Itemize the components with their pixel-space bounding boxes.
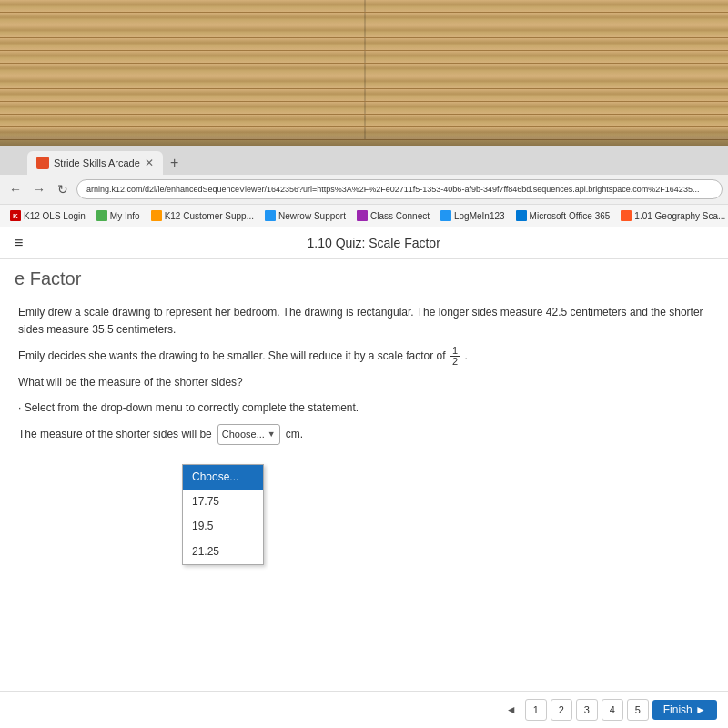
tab-stride[interactable]: Stride Skills Arcade ✕	[27, 151, 163, 175]
question-paragraph-3: What will be the measure of the shorter …	[18, 374, 710, 391]
dropdown-option-21-25[interactable]: 21.25	[183, 540, 263, 564]
bookmark-label: Microsoft Office 365	[530, 211, 611, 221]
blind-slat	[0, 76, 728, 89]
fraction-display: 1 2	[450, 346, 460, 367]
dropdown-option-choose[interactable]: Choose...	[183, 465, 263, 490]
bookmark-label: LogMeIn123	[454, 211, 505, 221]
address-text: arning.k12.com/d2l/le/enhancedSequenceVi…	[86, 185, 699, 194]
bookmark-label: K12 Customer Supp...	[165, 211, 254, 221]
prev-page-button[interactable]: ◄	[501, 700, 521, 720]
bookmark-label: Newrow Support	[278, 211, 346, 221]
page-button-5[interactable]: 5	[627, 699, 649, 721]
bookmark-my-info[interactable]: My Info	[92, 208, 145, 223]
tab-favicon	[36, 157, 49, 169]
window-blinds	[0, 0, 728, 146]
bookmark-label: Class Connect	[370, 211, 430, 221]
bookmark-label: K12 OLS Login	[24, 211, 86, 221]
question-area: Emily drew a scale drawing to represent …	[0, 295, 728, 454]
back-button[interactable]: ←	[5, 179, 25, 199]
dropdown-row: The measure of the shorter sides will be…	[18, 424, 710, 446]
blinds-shadow	[0, 127, 728, 146]
question-paragraph-1: Emily drew a scale drawing to represent …	[18, 304, 710, 339]
k12-icon: K	[10, 210, 21, 221]
bookmark-label: 1.01 Geography Sca...	[634, 211, 725, 221]
question-paragraph-2: Emily decides she wants the drawing to b…	[18, 346, 710, 367]
answer-dropdown[interactable]: Choose... ▼	[217, 424, 280, 446]
blind-slat	[0, 25, 728, 38]
blind-slat	[0, 89, 728, 102]
dropdown-option-17-75[interactable]: 17.75	[183, 490, 263, 514]
page-button-2[interactable]: 2	[551, 699, 572, 721]
statement-prefix: The measure of the shorter sides will be	[18, 426, 212, 443]
refresh-button[interactable]: ↻	[53, 179, 73, 199]
blind-slat	[0, 51, 728, 64]
quiz-title: 1.10 Quiz: Scale Factor	[34, 236, 713, 250]
blind-slat	[0, 115, 728, 127]
unit-label: cm.	[286, 426, 303, 443]
blind-slat	[0, 0, 728, 13]
heading-text: e Factor	[15, 268, 81, 288]
bookmark-newrow[interactable]: Newrow Support	[260, 208, 350, 223]
support-icon	[151, 210, 162, 221]
bookmark-class-connect[interactable]: Class Connect	[352, 208, 434, 223]
info-icon	[96, 210, 107, 221]
dropdown-arrow-icon: ▼	[268, 428, 276, 440]
office-icon	[516, 210, 527, 221]
tab-label: Stride Skills Arcade	[54, 157, 140, 168]
newrow-icon	[265, 210, 276, 221]
page-content: ≡ 1.10 Quiz: Scale Factor e Factor Emily…	[0, 228, 728, 728]
bookmark-office-365[interactable]: Microsoft Office 365	[511, 208, 615, 223]
connect-icon	[357, 210, 368, 221]
tab-bar: Stride Skills Arcade ✕ +	[0, 146, 728, 175]
quiz-header: ≡ 1.10 Quiz: Scale Factor	[0, 228, 728, 259]
browser-chrome: Stride Skills Arcade ✕ + ← → ↻ arning.k1…	[0, 146, 728, 228]
hamburger-menu[interactable]: ≡	[15, 235, 23, 251]
dropdown-menu: Choose... 17.75 19.5 21.25	[182, 464, 264, 565]
bookmark-geography[interactable]: 1.01 Geography Sca...	[616, 208, 728, 223]
page-button-3[interactable]: 3	[576, 699, 598, 721]
finish-button[interactable]: Finish ►	[652, 700, 717, 720]
logmein-icon	[440, 210, 451, 221]
page-button-1[interactable]: 1	[525, 699, 547, 721]
dropdown-value: Choose...	[222, 427, 265, 443]
blind-slat	[0, 64, 728, 76]
dropdown-option-19-5[interactable]: 19.5	[183, 514, 263, 539]
blind-slat	[0, 102, 728, 115]
bookmark-label: My Info	[110, 211, 140, 221]
page-heading: e Factor	[0, 259, 728, 295]
tab-close-button[interactable]: ✕	[145, 157, 154, 169]
instruction-text: · Select from the drop-down menu to corr…	[18, 399, 710, 417]
bookmarks-bar: K K12 OLS Login My Info K12 Customer Sup…	[0, 204, 728, 228]
geo-icon	[621, 210, 632, 221]
blind-slat	[0, 13, 728, 25]
nav-footer: ◄ 1 2 3 4 5 Finish ►	[0, 691, 728, 728]
address-bar-row: ← → ↻ arning.k12.com/d2l/le/enhancedSequ…	[0, 175, 728, 204]
bookmark-k12-ols-login[interactable]: K K12 OLS Login	[5, 208, 90, 223]
forward-button[interactable]: →	[29, 179, 49, 199]
bookmark-logmein[interactable]: LogMeIn123	[436, 208, 510, 223]
blind-slat	[0, 38, 728, 51]
bookmark-customer-support[interactable]: K12 Customer Supp...	[147, 208, 258, 223]
new-tab-button[interactable]: +	[163, 151, 187, 175]
address-input[interactable]: arning.k12.com/d2l/le/enhancedSequenceVi…	[76, 179, 723, 199]
page-button-4[interactable]: 4	[602, 699, 623, 721]
